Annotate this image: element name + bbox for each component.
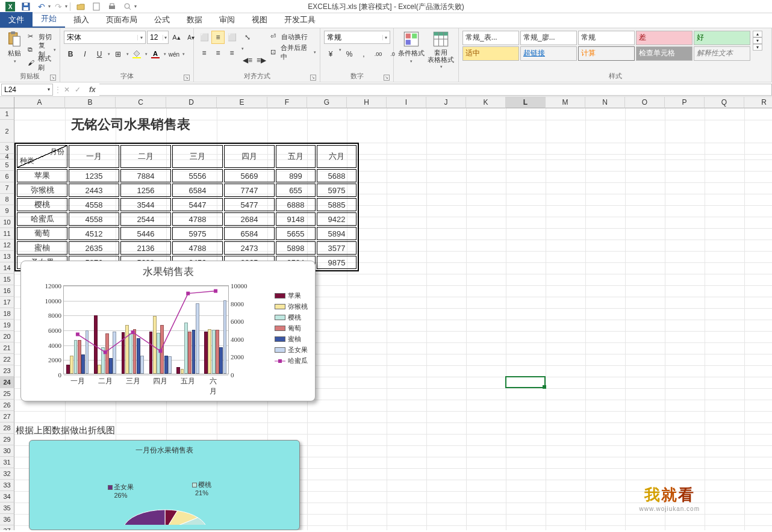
fill-color-button[interactable] — [130, 48, 143, 61]
row-header[interactable]: 31 — [0, 457, 14, 468]
row-header[interactable]: 24 — [0, 377, 14, 388]
style-cell[interactable]: 差 — [636, 31, 693, 45]
row-header[interactable]: 36 — [0, 514, 14, 525]
column-header[interactable]: R — [744, 97, 772, 108]
row-header[interactable]: 6 — [0, 171, 14, 182]
format-painter-button[interactable]: 🖌格式刷 — [28, 57, 56, 69]
row-header[interactable]: 10 — [0, 217, 14, 228]
row-header[interactable]: 15 — [0, 274, 14, 285]
preview-icon[interactable] — [122, 1, 133, 12]
underline-button[interactable]: U — [93, 48, 106, 61]
tab-页面布局[interactable]: 页面布局 — [98, 12, 146, 28]
column-header[interactable]: E — [217, 97, 267, 108]
column-header[interactable]: F — [267, 97, 307, 108]
column-header[interactable]: B — [65, 97, 116, 108]
currency-icon[interactable]: ¥ — [324, 48, 337, 61]
row-header[interactable]: 30 — [0, 445, 14, 457]
row-header[interactable]: 34 — [0, 491, 14, 503]
orientation-icon[interactable]: ⤡ — [241, 31, 254, 44]
print-icon[interactable] — [107, 1, 117, 12]
align-right-icon[interactable]: ≡ — [225, 46, 238, 60]
paste-button[interactable]: 粘贴 ▾ — [4, 31, 25, 64]
column-header[interactable]: M — [546, 97, 585, 108]
row-header[interactable]: 35 — [0, 503, 14, 514]
align-middle-icon[interactable]: ≡ — [211, 31, 225, 44]
row-header[interactable]: 32 — [0, 468, 14, 480]
select-all-corner[interactable] — [0, 97, 14, 108]
save-icon[interactable] — [20, 1, 31, 12]
bar-line-chart[interactable]: 水果销售表 0200040006000800010000120000200040… — [20, 261, 316, 401]
tab-插入[interactable]: 插入 — [65, 12, 98, 28]
indent-decrease-icon[interactable]: ◀≡ — [241, 54, 254, 67]
row-header[interactable]: 2 — [0, 120, 14, 143]
align-launcher[interactable]: ↘ — [310, 75, 316, 81]
row-header[interactable]: 29 — [0, 434, 14, 445]
style-cell[interactable]: 检查单元格 — [636, 46, 693, 61]
row-header[interactable]: 21 — [0, 342, 14, 354]
pie-chart[interactable]: 一月份水果销售表 圣女果 26% 樱桃 21% — [29, 440, 300, 530]
name-box[interactable]: ▾ — [1, 84, 53, 96]
align-top-icon[interactable]: ⬜ — [198, 31, 211, 44]
italic-button[interactable]: I — [78, 48, 92, 61]
conditional-format-button[interactable]: 条件格式▾ — [397, 31, 425, 64]
tab-开发工具[interactable]: 开发工具 — [276, 12, 324, 28]
style-cell[interactable]: 解释性文本 — [694, 46, 750, 61]
wrap-text-button[interactable]: ⏎自动换行 — [270, 31, 316, 43]
open-icon[interactable] — [75, 1, 86, 12]
column-header[interactable]: P — [665, 97, 705, 108]
column-header[interactable]: H — [347, 97, 387, 108]
row-header[interactable]: 18 — [0, 308, 14, 320]
style-cell[interactable]: 常规_廖... — [520, 31, 577, 45]
tab-审阅[interactable]: 审阅 — [211, 12, 243, 28]
align-bottom-icon[interactable]: ⬜ — [225, 31, 238, 44]
column-header[interactable]: C — [116, 97, 166, 108]
column-header[interactable]: L — [506, 97, 546, 108]
row-header[interactable]: 19 — [0, 320, 14, 331]
comma-icon[interactable]: , — [357, 48, 370, 61]
row-header[interactable]: 17 — [0, 297, 14, 308]
row-header[interactable]: 33 — [0, 480, 14, 491]
undo-icon[interactable]: ↶ — [36, 1, 47, 12]
merge-center-button[interactable]: ⊡合并后居中▾ — [270, 46, 316, 58]
row-header[interactable]: 1 — [0, 108, 14, 120]
font-color-button[interactable]: A — [149, 48, 162, 61]
row-header[interactable]: 8 — [0, 194, 14, 205]
tab-视图[interactable]: 视图 — [243, 12, 276, 28]
font-size-combo[interactable]: ▾ — [147, 31, 169, 44]
formula-input[interactable] — [99, 84, 772, 96]
font-launcher[interactable]: ↘ — [184, 75, 190, 81]
enter-formula-icon[interactable]: ✓ — [75, 85, 81, 94]
style-cell[interactable]: 好 — [694, 31, 750, 45]
column-header[interactable]: A — [14, 97, 65, 108]
style-cell[interactable]: 适中 — [462, 46, 519, 61]
new-icon[interactable] — [91, 1, 102, 12]
row-header[interactable]: 22 — [0, 354, 14, 365]
tab-公式[interactable]: 公式 — [146, 12, 178, 28]
row-header[interactable]: 20 — [0, 331, 14, 342]
cell-styles-gallery[interactable]: 常规_表...常规_廖...常规差好适中超链接计算检查单元格解释性文本 — [462, 31, 750, 61]
styles-scroll[interactable]: ▴▾▾ — [753, 31, 762, 51]
format-as-table-button[interactable]: 套用 表格格式▾ — [428, 31, 455, 69]
qat-customize[interactable]: ▾ — [134, 4, 137, 9]
percent-icon[interactable]: % — [343, 48, 356, 61]
column-header[interactable]: Q — [705, 97, 744, 108]
clipboard-launcher[interactable]: ↘ — [50, 75, 56, 81]
style-cell[interactable]: 常规 — [578, 31, 635, 45]
row-header[interactable]: 14 — [0, 262, 14, 274]
bold-button[interactable]: B — [64, 48, 77, 61]
font-name-combo[interactable]: ▾ — [64, 31, 146, 44]
cancel-formula-icon[interactable]: ✕ — [64, 85, 70, 94]
style-cell[interactable]: 计算 — [578, 46, 635, 61]
tab-文件[interactable]: 文件 — [0, 12, 33, 28]
column-header[interactable]: G — [307, 97, 347, 108]
row-header[interactable]: 12 — [0, 240, 14, 251]
data-table[interactable]: 月份种类一月二月三月四月五月六月苹果1235788455565669899568… — [14, 143, 359, 271]
row-header[interactable]: 26 — [0, 400, 14, 411]
row-header[interactable]: 23 — [0, 365, 14, 377]
redo-dropdown[interactable]: ▾ — [65, 4, 67, 9]
align-left-icon[interactable]: ≡ — [198, 46, 211, 60]
row-header[interactable]: 13 — [0, 251, 14, 262]
phonetic-button[interactable]: wén — [167, 48, 181, 61]
number-launcher[interactable]: ↘ — [384, 75, 390, 81]
row-header[interactable]: 16 — [0, 285, 14, 297]
